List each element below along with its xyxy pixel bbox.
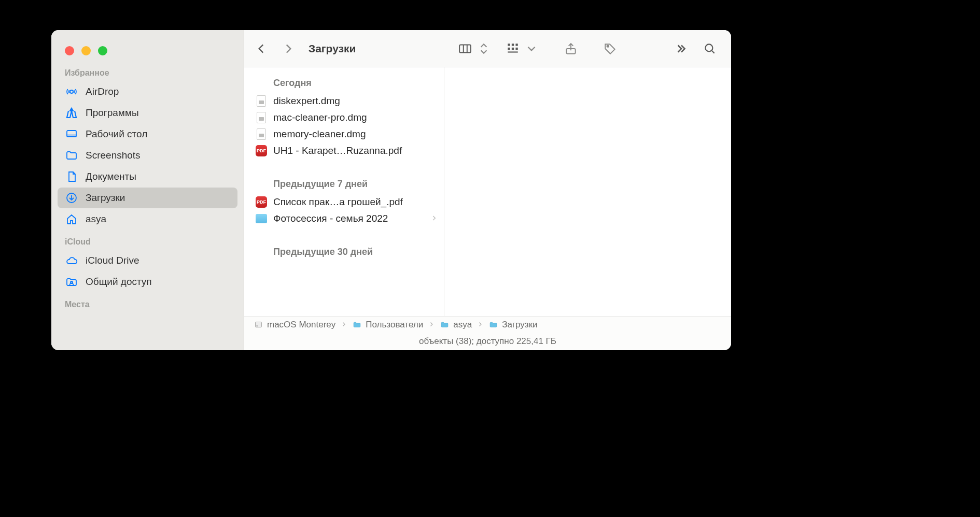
doc-icon — [65, 170, 78, 183]
path-label: Пользователи — [366, 320, 423, 330]
chevron-down-icon — [525, 42, 538, 55]
sidebar-item-cloud[interactable]: iCloud Drive — [58, 250, 237, 271]
sidebar-item-label: Screenshots — [86, 150, 141, 161]
sidebar-section-label: iCloud — [51, 230, 244, 250]
airdrop-icon — [65, 85, 78, 98]
share-button[interactable] — [564, 42, 578, 55]
fullscreen-button[interactable] — [98, 46, 107, 55]
file-name: Фотосессия - семья 2022 — [273, 213, 424, 224]
group-by-control[interactable] — [506, 42, 538, 55]
download-icon — [65, 191, 78, 205]
svg-rect-14 — [515, 47, 517, 49]
file-name: mac-cleaner-pro.dmg — [273, 112, 438, 123]
svg-rect-12 — [508, 47, 510, 49]
view-stepper-icon — [477, 42, 491, 55]
path-segment[interactable]: macOS Monterey — [254, 320, 335, 330]
window-controls — [51, 40, 244, 61]
forward-button[interactable] — [282, 42, 295, 55]
sidebar-item-folder[interactable]: Screenshots — [58, 145, 237, 166]
path-label: asya — [453, 320, 472, 330]
svg-rect-10 — [512, 44, 514, 46]
svg-point-18 — [705, 44, 712, 51]
file-row[interactable]: diskexpert.dmg — [244, 93, 444, 109]
cloud-icon — [65, 254, 78, 267]
svg-point-0 — [70, 90, 73, 93]
path-segment[interactable]: Загрузки — [488, 320, 537, 330]
tags-button[interactable] — [604, 42, 617, 55]
svg-rect-15 — [508, 51, 518, 52]
group-header: Предыдущие 7 дней — [244, 171, 444, 194]
svg-line-19 — [711, 50, 714, 53]
sidebar-item-airdrop[interactable]: AirDrop — [58, 81, 237, 102]
sidebar-item-label: AirDrop — [86, 86, 119, 97]
shared-icon — [65, 275, 78, 289]
file-name: memory-cleaner.dmg — [273, 128, 438, 140]
svg-rect-20 — [255, 322, 261, 327]
file-row[interactable]: memory-cleaner.dmg — [244, 126, 444, 142]
svg-rect-2 — [67, 135, 76, 137]
path-label: Загрузки — [502, 320, 537, 330]
folder-icon — [440, 320, 449, 329]
sidebar-item-download[interactable]: Загрузки — [58, 188, 237, 208]
svg-point-21 — [256, 326, 257, 326]
file-row[interactable]: mac-cleaner-pro.dmg — [244, 109, 444, 126]
columns-view-icon — [458, 42, 472, 55]
sidebar-item-shared[interactable]: Общий доступ — [58, 271, 237, 292]
sidebar: ИзбранноеAirDropПрограммыРабочий столScr… — [51, 30, 244, 350]
path-separator-icon — [428, 320, 435, 330]
grid-group-icon — [506, 42, 520, 55]
hdd-icon — [254, 320, 263, 329]
path-separator-icon — [341, 320, 347, 330]
file-name: diskexpert.dmg — [273, 95, 438, 107]
svg-rect-6 — [459, 45, 471, 52]
dmg-file-icon — [256, 112, 267, 123]
sidebar-item-doc[interactable]: Документы — [58, 166, 237, 187]
file-row[interactable]: Фотосессия - семья 2022 — [244, 210, 444, 227]
sidebar-item-apps[interactable]: Программы — [58, 103, 237, 123]
apps-icon — [65, 106, 78, 120]
window-title: Загрузки — [309, 42, 356, 55]
status-bar: объекты (38); доступно 225,41 ГБ — [244, 333, 731, 350]
sidebar-item-label: Загрузки — [86, 192, 125, 204]
view-mode-control[interactable] — [458, 42, 491, 55]
overflow-button[interactable] — [674, 42, 688, 55]
back-button[interactable] — [255, 42, 268, 55]
minimize-button[interactable] — [81, 46, 91, 55]
sidebar-item-label: Документы — [86, 171, 136, 182]
path-separator-icon — [477, 320, 483, 330]
folder-icon — [352, 320, 361, 329]
path-segment[interactable]: asya — [440, 320, 472, 330]
sidebar-item-home[interactable]: asya — [58, 209, 237, 229]
path-segment[interactable]: Пользователи — [352, 320, 423, 330]
pdf-file-icon: PDF — [256, 145, 267, 156]
file-row[interactable]: PDFUH1 - Karapet…Ruzanna.pdf — [244, 142, 444, 159]
path-label: macOS Monterey — [267, 320, 335, 330]
dmg-file-icon — [256, 95, 267, 107]
sidebar-section-label: Избранное — [51, 61, 244, 81]
group-header: Предыдущие 30 дней — [244, 239, 444, 262]
folder-icon — [65, 149, 78, 162]
file-row[interactable]: PDFСписок прак…а грошей_.pdf — [244, 194, 444, 210]
content: Сегодняdiskexpert.dmgmac-cleaner-pro.dmg… — [244, 67, 731, 316]
svg-rect-9 — [508, 44, 510, 46]
search-button[interactable] — [703, 42, 717, 55]
home-icon — [65, 212, 78, 226]
sidebar-item-desktop[interactable]: Рабочий стол — [58, 124, 237, 145]
sidebar-item-label: asya — [86, 213, 106, 225]
sidebar-item-label: iCloud Drive — [86, 255, 139, 266]
status-text: объекты (38); доступно 225,41 ГБ — [419, 336, 556, 347]
finder-window: ИзбранноеAirDropПрограммыРабочий столScr… — [51, 30, 731, 350]
chevron-right-icon — [430, 213, 438, 224]
folder-file-icon — [256, 213, 267, 224]
sidebar-item-label: Рабочий стол — [86, 128, 147, 140]
folder-icon — [488, 320, 498, 329]
svg-rect-13 — [512, 47, 514, 49]
svg-rect-11 — [515, 44, 517, 46]
pdf-file-icon: PDF — [256, 196, 267, 208]
file-column: Сегодняdiskexpert.dmgmac-cleaner-pro.dmg… — [244, 67, 444, 316]
sidebar-sections: ИзбранноеAirDropПрограммыРабочий столScr… — [51, 61, 244, 312]
close-button[interactable] — [65, 46, 74, 55]
sidebar-item-label: Программы — [86, 107, 139, 119]
path-bar: macOS MontereyПользователиasyaЗагрузки — [244, 316, 731, 333]
main-area: Загрузки — [244, 30, 731, 350]
